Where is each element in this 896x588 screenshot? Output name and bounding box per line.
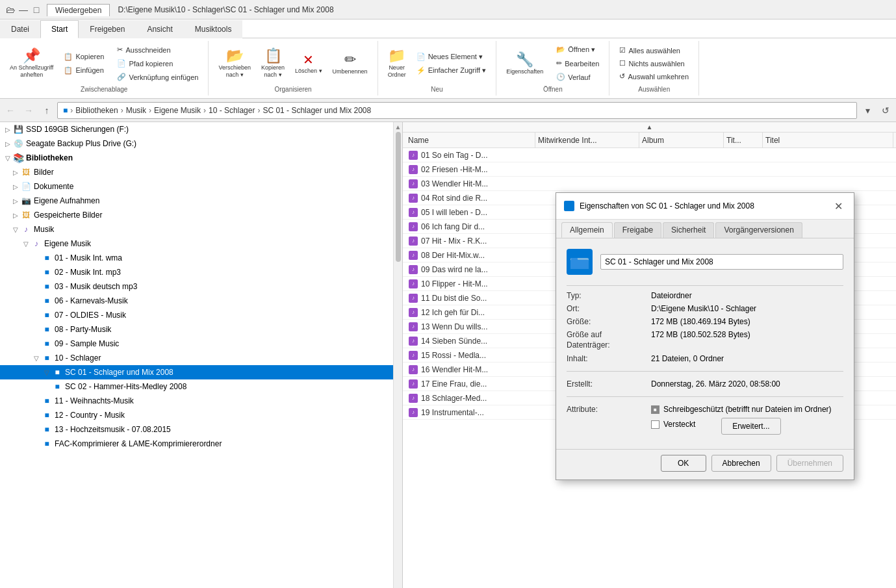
dialog-tab-allgemein[interactable]: Allgemein [561, 222, 613, 238]
select-all-button[interactable]: ☑ Alles auswählen [615, 44, 693, 57]
ok-button[interactable]: OK [661, 455, 706, 472]
col-header-artist[interactable]: Mitwirkende Int... [535, 133, 639, 147]
col-header-album[interactable]: Album [639, 133, 724, 147]
tree-item-11-weihnachts[interactable]: ■ 11 - Weihnachts-Musik [0, 394, 402, 408]
tree-item-06-karnevals[interactable]: ■ 06 - Karnevals-Musik [0, 294, 402, 308]
new-folder-button[interactable]: 📁 NeuerOrdner [383, 45, 411, 82]
col-header-track[interactable]: Tit... [724, 133, 763, 147]
window-controls[interactable]: 🗁 — □ [5, 5, 42, 15]
expand-sc01[interactable]: ▽ [42, 367, 52, 377]
tab-freigeben[interactable]: Freigeben [79, 20, 136, 38]
expand-bibliotheken[interactable]: ▽ [3, 153, 13, 163]
tree-item-13-hochzeits[interactable]: ■ 13 - Hochzeitsmusik - 07.08.2015 [0, 422, 402, 437]
move-button[interactable]: 📂 Verschiebennach ▾ [214, 45, 255, 82]
tree-item-01-musik[interactable]: ■ 01 - Musik Int. wma [0, 251, 402, 265]
paste-link-button[interactable]: 🔗 Verknüpfung einfügen [112, 71, 203, 83]
dialog-tab-freigabe[interactable]: Freigabe [614, 222, 661, 238]
tree-item-12-country[interactable]: ■ 12 - Country - Musik [0, 408, 402, 422]
path-current[interactable]: SC 01 - Schlager und Mix 2008 [262, 106, 371, 115]
tab-ansicht[interactable]: Ansicht [136, 20, 183, 38]
active-tab-label[interactable]: Wiedergeben [47, 4, 110, 16]
dialog-tab-vorgaenger[interactable]: Vorgängerversionen [715, 222, 802, 238]
file-row[interactable]: 01 So ein Tag - D... [403, 148, 896, 162]
tree-item-musik[interactable]: ▽ ♪ Musik [0, 222, 402, 236]
expand-12-country[interactable] [31, 410, 42, 420]
tree-item-sc02[interactable]: ■ SC 02 - Hammer-Hits-Medley 2008 [0, 379, 402, 394]
tree-item-sc01[interactable]: ▽ ■ SC 01 - Schlager und Mix 2008 [0, 365, 402, 379]
expand-13-hochzeits[interactable] [31, 424, 42, 435]
tab-musiktools[interactable]: Musiktools [184, 20, 243, 38]
schreibgeschuetzt-checkbox[interactable] [651, 405, 659, 414]
invert-selection-button[interactable]: ↺ Auswahl umkehren [615, 70, 693, 83]
pin-button[interactable]: 📌 An Schnellzugriffanheften [5, 45, 58, 82]
expand-07-oldies[interactable] [31, 310, 42, 320]
easy-access-button[interactable]: ⚡ Einfacher Zugriff ▾ [412, 64, 491, 77]
tree-item-eigene-aufnahmen[interactable]: ▷ 📷 Eigene Aufnahmen [0, 194, 402, 208]
tree-item-bibliotheken[interactable]: ▽ 📚 Bibliotheken [0, 151, 402, 165]
copy-button[interactable]: 📋 Kopieren [59, 51, 109, 63]
expand-11-weihnachts[interactable] [31, 396, 42, 406]
file-row[interactable]: 02 Friesen -Hit-M... [403, 162, 896, 177]
edit-button[interactable]: ✏ Bearbeiten [552, 57, 604, 70]
new-item-button[interactable]: 📄 Neues Element ▾ [412, 51, 491, 63]
tree-item-08-party[interactable]: ■ 08 - Party-Musik [0, 322, 402, 337]
expand-sc02[interactable] [42, 381, 52, 392]
select-none-button[interactable]: ☐ Nichts auswählen [615, 57, 693, 70]
expand-02-musik[interactable] [31, 267, 42, 277]
back-button[interactable]: ← [3, 103, 18, 118]
expand-eigene-musik[interactable]: ▽ [21, 238, 31, 249]
maximize-button[interactable]: □ [31, 5, 42, 15]
expand-06-karnevals[interactable] [31, 296, 42, 306]
expand-01-musik[interactable] [31, 253, 42, 263]
tree-item-dokumente[interactable]: ▷ 📄 Dokumente [0, 179, 402, 194]
dialog-close-button[interactable]: ✕ [830, 198, 846, 214]
cut-button[interactable]: ✂ Ausschneiden [112, 44, 203, 56]
tree-item-eigene-musik[interactable]: ▽ ♪ Eigene Musik [0, 236, 402, 251]
expand-musik[interactable]: ▽ [10, 224, 21, 235]
tree-item-gespeicherte-bilder[interactable]: ▷ 🖼 Gespeicherte Bilder [0, 208, 402, 222]
expand-dokumente[interactable]: ▷ [10, 181, 21, 192]
paste-button[interactable]: 📋 Einfügen [59, 64, 109, 77]
rename-button[interactable]: ✏ Umbenennen [328, 49, 372, 78]
dialog-tab-sicherheit[interactable]: Sicherheit [663, 222, 714, 238]
expand-eigene-aufnahmen[interactable]: ▷ [10, 196, 21, 206]
erweitert-button[interactable]: Erweitert... [721, 418, 780, 435]
nav-panel[interactable]: ▷ 💾 SSD 169GB Sicherungen (F:) ▷ 💿 Seaga… [0, 122, 403, 588]
expand-seagate[interactable]: ▷ [3, 138, 13, 149]
nav-scrollbar[interactable]: ▲ ▼ [393, 122, 402, 588]
tab-start[interactable]: Start [40, 20, 79, 38]
tree-item-07-oldies[interactable]: ■ 07 - OLDIES - Musik [0, 308, 402, 322]
delete-button[interactable]: ✕ Löschen ▾ [290, 50, 327, 77]
properties-button[interactable]: 🔧 Eigenschaften [502, 49, 548, 78]
dialog-folder-name-input[interactable]: SC 01 - Schlager und Mix 2008 [600, 254, 843, 270]
tree-item-02-musik[interactable]: ■ 02 - Musik Int. mp3 [0, 265, 402, 279]
dropdown-button[interactable]: ▾ [860, 103, 875, 118]
forward-button[interactable]: → [21, 103, 36, 118]
versteckt-checkbox[interactable] [651, 420, 659, 429]
address-path[interactable]: ■ › Bibliotheken › Musik › Eigene Musik … [57, 102, 857, 119]
abbrechen-button[interactable]: Abbrechen [711, 455, 771, 472]
tree-item-03-musik[interactable]: ■ 03 - Musik deutsch mp3 [0, 279, 402, 294]
minimize-button[interactable]: — [18, 5, 29, 15]
expand-fac[interactable] [31, 439, 42, 449]
expand-08-party[interactable] [31, 324, 42, 335]
expand-gespeicherte-bilder[interactable]: ▷ [10, 210, 21, 220]
file-row[interactable]: 03 Wendler Hit-M... [403, 177, 896, 191]
tree-item-fac[interactable]: ■ FAC-Komprimierer & LAME-Komprimiereror… [0, 437, 402, 451]
path-eigene-musik[interactable]: Eigene Musik [154, 106, 201, 115]
expand-03-musik[interactable] [31, 281, 42, 292]
copy-path-button[interactable]: 📄 Pfad kopieren [112, 57, 203, 70]
col-header-title[interactable]: Titel [763, 133, 893, 147]
up-button[interactable]: ↑ [39, 103, 55, 118]
refresh-button[interactable]: ↺ [878, 103, 893, 118]
col-header-name[interactable]: Name [405, 133, 535, 147]
tree-item-10-schlager[interactable]: ▽ ■ 10 - Schlager [0, 351, 402, 365]
copy-to-button[interactable]: 📋 Kopierennach ▾ [257, 45, 289, 82]
tree-item-bilder[interactable]: ▷ 🖼 Bilder [0, 165, 402, 179]
expand-ssd[interactable]: ▷ [3, 124, 13, 134]
expand-09-sample[interactable] [31, 339, 42, 349]
scrollbar-thumb[interactable] [396, 132, 401, 262]
expand-10-schlager[interactable]: ▽ [31, 353, 42, 363]
uebernehmen-button[interactable]: Übernehmen [776, 455, 843, 472]
open-button[interactable]: 📂 Öffnen ▾ [552, 44, 604, 56]
